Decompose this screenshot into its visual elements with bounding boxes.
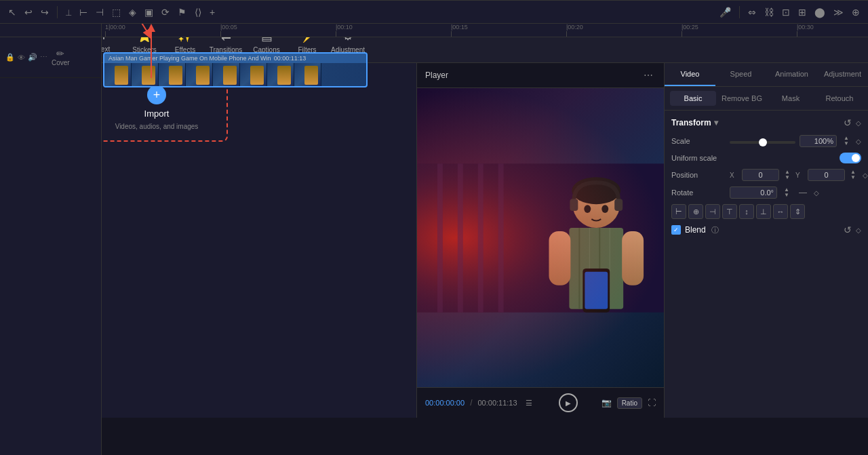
thumb-figure-3: [169, 66, 182, 85]
clip-thumbnails: [104, 63, 366, 86]
thumb-figure-5: [223, 66, 237, 85]
clip-thumb-1: [104, 63, 132, 86]
ruler-mark-3: |00:15: [451, 24, 468, 31]
track-audio-icon[interactable]: 🔊: [28, 53, 37, 62]
split-button[interactable]: ⟂: [63, 5, 74, 19]
thumb-figure-4: [196, 66, 210, 85]
ruler-line-0: [105, 31, 106, 37]
group-button[interactable]: ⟨⟩: [192, 5, 204, 19]
delete-button[interactable]: ⬚: [109, 5, 123, 19]
thumb-figure-1: [115, 66, 128, 85]
ruler-mark-4: |00:20: [566, 24, 583, 31]
clip-thumb-5: [213, 63, 240, 86]
mic-button[interactable]: 🎤: [717, 5, 734, 19]
clip-thumb-3: [159, 63, 186, 86]
link-button[interactable]: ⛓: [762, 5, 776, 19]
timeline-ruler: 1|00:00 |00:05 |00:10 |00:15 |00:20 |00:…: [102, 24, 868, 37]
ruler-line-4: [566, 31, 567, 37]
clip-thumb-7: [267, 63, 294, 86]
cover-label: Cover: [52, 59, 70, 66]
clip-header: Asian Man Gamer Playing Game On Mobile P…: [104, 54, 366, 63]
loop-button[interactable]: ⟳: [159, 5, 172, 19]
clip-thumb-6: [240, 63, 267, 86]
video-track-label: 🔒 👁 🔊 ⋯ ✏ Cover: [0, 37, 101, 78]
movement-arrow-svg: [110, 24, 164, 47]
trim-end-button[interactable]: ⊣: [93, 5, 106, 19]
svg-line-24: [123, 24, 151, 37]
speed-tl-button[interactable]: ≫: [831, 5, 846, 19]
redo-button[interactable]: ↪: [38, 5, 52, 19]
trim-start-button[interactable]: ⊢: [77, 5, 90, 19]
track-controls: 🔒 👁 🔊 ⋯: [5, 53, 47, 62]
track-visibility-icon[interactable]: 👁: [18, 53, 25, 62]
toolbar-separator-2: [739, 6, 740, 18]
video-clip[interactable]: Asian Man Gamer Playing Game On Mobile P…: [103, 52, 368, 87]
ruler-spacer: [0, 24, 101, 37]
ruler-mark-2: |00:10: [336, 24, 353, 31]
clip-thumb-8: [294, 63, 321, 86]
thumb-figure-8: [304, 66, 318, 85]
track-lock-icon[interactable]: 🔒: [5, 53, 15, 62]
clip-thumb-4: [186, 63, 213, 86]
more-tools-button[interactable]: +: [207, 5, 218, 19]
effect-tl-button[interactable]: ⬤: [812, 5, 828, 19]
cover-pencil-icon: ✏: [56, 48, 64, 59]
cover-button[interactable]: ✏ Cover: [52, 48, 70, 66]
zoom-in-button[interactable]: ⊕: [849, 5, 863, 19]
ruler-line-3: [451, 31, 452, 37]
ruler-line-5: [682, 31, 682, 37]
toolbar-separator-1: [57, 6, 58, 18]
full-timeline: ↖ ↩ ↪ ⟂ ⊢ ⊣ ⬚ ◈ ▣ ⟳ ⚑ ⟨⟩ + 🎤 ⇔ ⛓ ⊡ ⊞ ⬤ ≫…: [0, 418, 868, 455]
transition-tl-button[interactable]: ⊞: [795, 5, 809, 19]
crop-button[interactable]: ▣: [142, 5, 156, 19]
marker-button[interactable]: ⚑: [175, 5, 189, 19]
ruler-line-6: [797, 31, 797, 37]
connect-button[interactable]: ⊡: [779, 5, 793, 19]
ruler-mark-6: |00:30: [797, 24, 814, 31]
thumb-figure-6: [250, 66, 264, 85]
mask-tl-button[interactable]: ◈: [126, 5, 139, 19]
thumb-figure-7: [277, 66, 291, 85]
track-more-icon[interactable]: ⋯: [40, 53, 47, 62]
track-labels: 🔒 👁 🔊 ⋯ ✏ Cover: [0, 24, 102, 455]
timeline-toolbar: ↖ ↩ ↪ ⟂ ⊢ ⊣ ⬚ ◈ ▣ ⟳ ⚑ ⟨⟩ + 🎤 ⇔ ⛓ ⊡ ⊞ ⬤ ≫…: [0, 0, 868, 24]
timeline-content: 1|00:00 |00:05 |00:10 |00:15 |00:20 |00:…: [102, 24, 868, 455]
ruler-mark-1: |00:05: [220, 24, 237, 31]
ruler-line-1: [220, 31, 221, 37]
snap-button[interactable]: ⇔: [745, 5, 759, 19]
select-tool-button[interactable]: ↖: [5, 5, 19, 19]
undo-button[interactable]: ↩: [22, 5, 35, 19]
ruler-mark-5: |00:25: [682, 24, 698, 31]
ruler-line-2: [336, 31, 336, 37]
video-track: Asian Man Gamer Playing Game On Mobile P…: [102, 37, 868, 88]
